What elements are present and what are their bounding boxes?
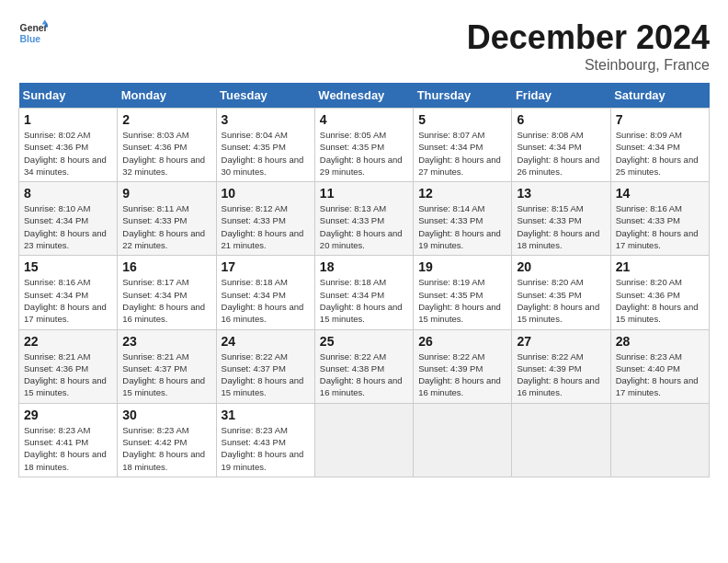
calendar-day-cell (512, 403, 610, 477)
calendar-day-cell: 19 Sunrise: 8:19 AMSunset: 4:35 PMDaylig… (414, 256, 512, 329)
day-info: Sunrise: 8:16 AMSunset: 4:34 PMDaylight:… (24, 277, 107, 324)
calendar-day-cell: 6 Sunrise: 8:08 AMSunset: 4:34 PMDayligh… (512, 109, 610, 182)
day-number: 15 (24, 259, 112, 274)
day-number: 24 (222, 334, 310, 349)
calendar-container: General Blue December 2024 Steinbourg, F… (18, 18, 710, 477)
day-number: 26 (418, 334, 506, 349)
calendar-day-cell: 3 Sunrise: 8:04 AMSunset: 4:35 PMDayligh… (216, 109, 314, 182)
day-info: Sunrise: 8:12 AMSunset: 4:33 PMDaylight:… (222, 203, 304, 250)
calendar-day-cell: 8 Sunrise: 8:10 AMSunset: 4:34 PMDayligh… (19, 182, 118, 256)
calendar-day-cell: 16 Sunrise: 8:17 AMSunset: 4:34 PMDaylig… (118, 256, 216, 329)
day-info: Sunrise: 8:20 AMSunset: 4:35 PMDaylight:… (517, 277, 599, 324)
day-info: Sunrise: 8:08 AMSunset: 4:34 PMDaylight:… (517, 130, 599, 177)
calendar-day-cell: 23 Sunrise: 8:21 AMSunset: 4:37 PMDaylig… (118, 329, 216, 403)
day-number: 29 (24, 408, 112, 422)
day-number: 6 (517, 112, 605, 127)
day-number: 18 (320, 259, 408, 274)
weekday-header-row: Sunday Monday Tuesday Wednesday Thursday… (19, 83, 710, 109)
day-number: 20 (517, 259, 605, 274)
day-number: 25 (320, 334, 408, 349)
svg-text:Blue: Blue (20, 34, 41, 44)
day-info: Sunrise: 8:13 AMSunset: 4:33 PMDaylight:… (320, 203, 403, 250)
calendar-day-cell: 15 Sunrise: 8:16 AMSunset: 4:34 PMDaylig… (19, 256, 118, 329)
day-number: 27 (517, 334, 605, 349)
day-info: Sunrise: 8:02 AMSunset: 4:36 PMDaylight:… (24, 130, 107, 177)
calendar-day-cell: 30 Sunrise: 8:23 AMSunset: 4:42 PMDaylig… (118, 403, 216, 477)
day-number: 19 (418, 259, 506, 274)
day-number: 11 (320, 186, 408, 201)
header-tuesday: Tuesday (216, 83, 314, 109)
day-info: Sunrise: 8:11 AMSunset: 4:33 PMDaylight:… (122, 203, 205, 250)
day-info: Sunrise: 8:20 AMSunset: 4:36 PMDaylight:… (616, 277, 699, 324)
day-number: 7 (616, 112, 704, 127)
header-friday: Friday (512, 83, 610, 109)
header-monday: Monday (118, 83, 216, 109)
calendar-day-cell (610, 403, 709, 477)
day-info: Sunrise: 8:19 AMSunset: 4:35 PMDaylight:… (418, 277, 501, 324)
calendar-day-cell: 20 Sunrise: 8:20 AMSunset: 4:35 PMDaylig… (512, 256, 610, 329)
day-info: Sunrise: 8:10 AMSunset: 4:34 PMDaylight:… (24, 203, 107, 250)
calendar-day-cell: 5 Sunrise: 8:07 AMSunset: 4:34 PMDayligh… (414, 109, 512, 182)
calendar-week-row: 8 Sunrise: 8:10 AMSunset: 4:34 PMDayligh… (19, 182, 710, 256)
calendar-day-cell: 12 Sunrise: 8:14 AMSunset: 4:33 PMDaylig… (414, 182, 512, 256)
calendar-week-row: 22 Sunrise: 8:21 AMSunset: 4:36 PMDaylig… (19, 329, 710, 403)
day-number: 16 (122, 259, 210, 274)
day-info: Sunrise: 8:09 AMSunset: 4:34 PMDaylight:… (616, 130, 699, 177)
logo-icon: General Blue (18, 18, 48, 48)
day-number: 3 (222, 112, 310, 127)
day-number: 30 (122, 408, 210, 422)
logo: General Blue (18, 18, 48, 48)
day-info: Sunrise: 8:22 AMSunset: 4:39 PMDaylight:… (517, 351, 599, 398)
svg-marker-2 (42, 20, 48, 25)
day-info: Sunrise: 8:16 AMSunset: 4:33 PMDaylight:… (616, 203, 699, 250)
calendar-day-cell: 9 Sunrise: 8:11 AMSunset: 4:33 PMDayligh… (118, 182, 216, 256)
day-info: Sunrise: 8:23 AMSunset: 4:41 PMDaylight:… (24, 425, 107, 472)
day-number: 13 (517, 186, 605, 201)
calendar-day-cell: 28 Sunrise: 8:23 AMSunset: 4:40 PMDaylig… (610, 329, 709, 403)
day-info: Sunrise: 8:22 AMSunset: 4:39 PMDaylight:… (418, 351, 501, 398)
day-number: 2 (122, 112, 210, 127)
calendar-day-cell (314, 403, 413, 477)
calendar-day-cell: 2 Sunrise: 8:03 AMSunset: 4:36 PMDayligh… (118, 109, 216, 182)
svg-text:General: General (20, 23, 48, 33)
day-info: Sunrise: 8:17 AMSunset: 4:34 PMDaylight:… (122, 277, 205, 324)
calendar-day-cell (414, 403, 512, 477)
location-subtitle: Steinbourg, France (467, 57, 710, 74)
day-info: Sunrise: 8:07 AMSunset: 4:34 PMDaylight:… (418, 130, 501, 177)
day-info: Sunrise: 8:22 AMSunset: 4:37 PMDaylight:… (222, 351, 304, 398)
calendar-day-cell: 29 Sunrise: 8:23 AMSunset: 4:41 PMDaylig… (19, 403, 118, 477)
calendar-week-row: 1 Sunrise: 8:02 AMSunset: 4:36 PMDayligh… (19, 109, 710, 182)
calendar-day-cell: 25 Sunrise: 8:22 AMSunset: 4:38 PMDaylig… (314, 329, 413, 403)
calendar-day-cell: 26 Sunrise: 8:22 AMSunset: 4:39 PMDaylig… (414, 329, 512, 403)
day-number: 31 (222, 408, 310, 422)
calendar-day-cell: 4 Sunrise: 8:05 AMSunset: 4:35 PMDayligh… (314, 109, 413, 182)
day-info: Sunrise: 8:05 AMSunset: 4:35 PMDaylight:… (320, 130, 403, 177)
day-info: Sunrise: 8:04 AMSunset: 4:35 PMDaylight:… (222, 130, 304, 177)
header-wednesday: Wednesday (314, 83, 413, 109)
day-info: Sunrise: 8:15 AMSunset: 4:33 PMDaylight:… (517, 203, 599, 250)
day-number: 22 (24, 334, 112, 349)
calendar-week-row: 29 Sunrise: 8:23 AMSunset: 4:41 PMDaylig… (19, 403, 710, 477)
day-number: 23 (122, 334, 210, 349)
calendar-day-cell: 1 Sunrise: 8:02 AMSunset: 4:36 PMDayligh… (19, 109, 118, 182)
calendar-day-cell: 13 Sunrise: 8:15 AMSunset: 4:33 PMDaylig… (512, 182, 610, 256)
day-info: Sunrise: 8:21 AMSunset: 4:37 PMDaylight:… (122, 351, 205, 398)
day-number: 28 (616, 334, 704, 349)
calendar-day-cell: 21 Sunrise: 8:20 AMSunset: 4:36 PMDaylig… (610, 256, 709, 329)
day-number: 10 (222, 186, 310, 201)
header-sunday: Sunday (19, 83, 118, 109)
day-info: Sunrise: 8:03 AMSunset: 4:36 PMDaylight:… (122, 130, 205, 177)
day-info: Sunrise: 8:23 AMSunset: 4:43 PMDaylight:… (222, 425, 304, 472)
calendar-day-cell: 24 Sunrise: 8:22 AMSunset: 4:37 PMDaylig… (216, 329, 314, 403)
day-number: 9 (122, 186, 210, 201)
month-year-title: December 2024 (467, 18, 710, 57)
calendar-day-cell: 18 Sunrise: 8:18 AMSunset: 4:34 PMDaylig… (314, 256, 413, 329)
calendar-day-cell: 22 Sunrise: 8:21 AMSunset: 4:36 PMDaylig… (19, 329, 118, 403)
calendar-week-row: 15 Sunrise: 8:16 AMSunset: 4:34 PMDaylig… (19, 256, 710, 329)
day-number: 17 (222, 259, 310, 274)
day-info: Sunrise: 8:22 AMSunset: 4:38 PMDaylight:… (320, 351, 403, 398)
day-number: 14 (616, 186, 704, 201)
calendar-table: Sunday Monday Tuesday Wednesday Thursday… (18, 83, 710, 477)
day-info: Sunrise: 8:21 AMSunset: 4:36 PMDaylight:… (24, 351, 107, 398)
header-saturday: Saturday (610, 83, 709, 109)
